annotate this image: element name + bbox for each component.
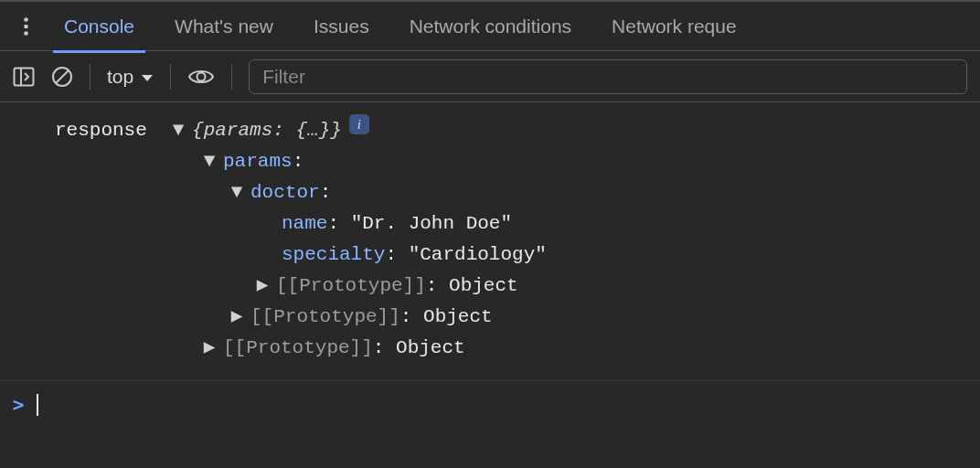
chevron-down-icon[interactable]: ▼	[201, 146, 218, 177]
prop-value: "Cardiology"	[409, 239, 547, 271]
prop-name: params	[223, 146, 293, 177]
object-summary: {params: {…}}	[192, 115, 342, 146]
log-variable: response	[55, 115, 147, 146]
kebab-menu-icon[interactable]	[7, 17, 44, 36]
prompt-caret-icon: >	[0, 389, 37, 420]
toolbar-divider	[231, 64, 232, 90]
tree-node-prototype[interactable]: ▶[[Prototype]]: Object	[0, 333, 980, 364]
text-cursor	[37, 394, 38, 416]
console-prompt[interactable]: >	[0, 380, 980, 417]
console-toolbar: top	[0, 51, 980, 102]
tree-leaf-name[interactable]: name: "Dr. John Doe"	[0, 208, 980, 239]
tab-label: What's new	[175, 16, 273, 37]
svg-point-2	[24, 31, 28, 36]
tree-node-prototype[interactable]: ▶[[Prototype]]: Object	[0, 302, 980, 333]
prop-value: "Dr. John Doe"	[351, 208, 512, 239]
context-selector[interactable]: top	[107, 66, 154, 88]
tab-label: Network reque	[612, 16, 737, 37]
prop-name: name	[282, 208, 327, 239]
tab-whats-new[interactable]: What's new	[154, 1, 293, 52]
tree-node-prototype[interactable]: ▶[[Prototype]]: Object	[0, 271, 980, 302]
tab-label: Network conditions	[410, 16, 571, 37]
toolbar-divider	[170, 64, 171, 90]
chevron-down-icon[interactable]: ▼	[229, 177, 245, 208]
prop-name: [[Prototype]]	[250, 302, 400, 333]
tab-console[interactable]: Console	[44, 1, 154, 52]
chevron-right-icon[interactable]: ▶	[229, 302, 245, 333]
tree-node-params[interactable]: ▼params:	[0, 146, 980, 177]
svg-point-7	[197, 72, 206, 80]
prop-name: doctor	[250, 177, 320, 208]
tree-node-doctor[interactable]: ▼doctor:	[0, 177, 980, 208]
svg-point-1	[24, 24, 28, 28]
svg-rect-3	[15, 68, 34, 85]
tab-network-conditions[interactable]: Network conditions	[389, 1, 591, 52]
prop-name: [[Prototype]]	[223, 333, 373, 364]
info-icon[interactable]: i	[349, 114, 369, 134]
log-entry[interactable]: response ▼{params: {…}}i	[0, 115, 980, 146]
tree-leaf-specialty[interactable]: specialty: "Cardiology"	[0, 239, 980, 271]
tab-issues[interactable]: Issues	[293, 1, 389, 52]
prop-value: Object	[449, 271, 518, 302]
prop-name: [[Prototype]]	[276, 271, 426, 302]
clear-console-icon[interactable]	[51, 66, 73, 88]
toggle-sidebar-icon[interactable]	[13, 67, 35, 87]
svg-line-6	[56, 70, 69, 83]
prop-value: Object	[396, 333, 465, 364]
tab-network-requests[interactable]: Network reque	[591, 1, 757, 52]
chevron-right-icon[interactable]: ▶	[254, 271, 271, 302]
chevron-down-icon[interactable]: ▼	[170, 115, 186, 146]
console-output: response ▼{params: {…}}i ▼params: ▼docto…	[0, 102, 980, 417]
toolbar-divider	[90, 64, 91, 90]
prop-value: Object	[423, 302, 493, 333]
prop-name: specialty	[282, 239, 385, 271]
devtools-tab-bar: Console What's new Issues Network condit…	[0, 0, 980, 51]
context-label: top	[107, 66, 133, 88]
chevron-down-icon	[141, 66, 154, 88]
chevron-right-icon[interactable]: ▶	[201, 333, 218, 364]
tab-label: Console	[64, 16, 134, 37]
tab-label: Issues	[314, 16, 369, 37]
svg-point-0	[24, 17, 28, 22]
filter-input[interactable]	[249, 59, 967, 94]
eye-icon[interactable]	[187, 68, 215, 86]
